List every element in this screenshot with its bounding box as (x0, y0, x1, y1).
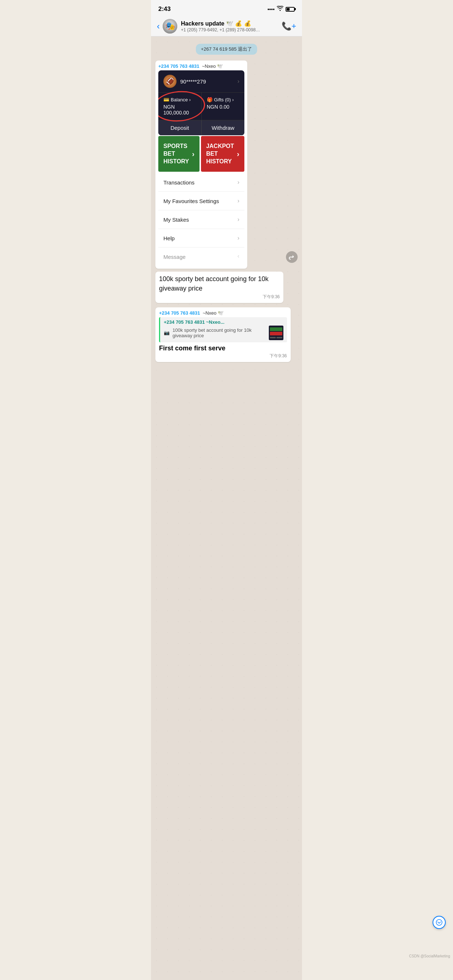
call-button[interactable]: 📞+ (282, 22, 296, 31)
status-time: 2:43 (158, 5, 171, 13)
jackpot-chevron-icon: › (237, 150, 239, 158)
menu-item-help[interactable]: Help › (158, 229, 244, 248)
menu-item-message[interactable]: Message › (158, 248, 244, 266)
favourites-label: My Favourites Settings (163, 198, 219, 204)
account-actions: Deposit Withdraw (158, 120, 244, 135)
signal-icon: ▪▪▪▪ (267, 6, 274, 12)
balance-amount: NGN 100,000.00 (163, 104, 196, 116)
back-button[interactable]: ‹ (157, 21, 160, 31)
text-bubble-1: 100k sporty bet account going for 10k gi… (155, 272, 283, 302)
jackpot-bet-button[interactable]: JACKPOTBETHISTORY › (201, 136, 244, 172)
wifi-icon (277, 6, 283, 13)
nav-bar: ‹ 🎭 Hackers update 🕊️ 💰 💰 +1 (205) 779-6… (151, 16, 302, 37)
message-chevron-icon: › (238, 253, 239, 260)
gift-icon: 🎁 (207, 97, 213, 102)
reply-preview-text: 100k sporty bet account going for 10k gi… (172, 328, 266, 338)
camera-icon: 📷 (164, 330, 170, 336)
help-label: Help (163, 235, 175, 241)
text-message-content-1: 100k sporty bet account going for 10k gi… (159, 275, 280, 293)
withdraw-button[interactable]: Withdraw (202, 120, 245, 135)
balance-row: 💳 Balance › NGN 100,000.00 🎁 Gifts (0) ›… (158, 92, 244, 120)
sports-bet-button[interactable]: SPORTSBETHISTORY › (158, 136, 199, 172)
sender-name-1: +234 705 763 4831 ~Nxeo 🕊️ (158, 64, 244, 69)
jackpot-bet-label: JACKPOTBETHISTORY (206, 143, 234, 165)
reply-message: +234 705 763 4831 ~Nxeo 🕊️ +234 705 763 … (155, 307, 298, 362)
reply-time: 下午9:36 (159, 353, 287, 359)
status-icons: ▪▪▪▪ (267, 6, 295, 13)
account-number: 90*****279 (180, 78, 238, 84)
message-time-1: 下午9:36 (159, 294, 280, 300)
account-avatar: 🏈 (163, 75, 177, 88)
menu-list: Transactions › My Favourites Settings › … (158, 173, 244, 266)
menu-item-transactions[interactable]: Transactions › (158, 173, 244, 192)
gifts-label: 🎁 Gifts (0) › (207, 97, 239, 102)
bet-history-row: SPORTSBETHISTORY › JACKPOTBETHISTORY › (158, 136, 244, 172)
message-card: +234 705 763 4831 ~Nxeo 🕊️ 🏈 90*****279 … (155, 60, 298, 269)
avatar-image: 🎭 (163, 19, 177, 33)
battery-icon (286, 7, 295, 12)
group-numbers: +1 (205) 779-6492, +1 (289) 278-0098, +1… (181, 27, 261, 32)
reply-quoted-sender: +234 705 763 4831 ~Nxeo... (164, 320, 283, 325)
reply-main-text: First come first serve (159, 345, 287, 352)
stakes-label: My Stakes (163, 216, 189, 223)
transactions-label: Transactions (163, 180, 195, 186)
transactions-chevron-icon: › (238, 179, 239, 186)
account-message-bubble: +234 705 763 4831 ~Nxeo 🕊️ 🏈 90*****279 … (155, 60, 247, 269)
balance-label: 💳 Balance › (163, 97, 196, 102)
status-bar: 2:43 ▪▪▪▪ (151, 0, 302, 16)
message-label: Message (163, 254, 186, 260)
gifts-amount: NGN 0.00 (207, 104, 239, 110)
sports-bet-label: SPORTSBETHISTORY (163, 143, 189, 165)
nav-info[interactable]: Hackers update 🕊️ 💰 💰 +1 (205) 779-6492,… (181, 20, 282, 32)
reply-sender-name: +234 705 763 4831 ~Nxeo 🕊️ (159, 310, 287, 316)
help-chevron-icon: › (238, 235, 239, 241)
sports-chevron-icon: › (192, 150, 195, 158)
stakes-chevron-icon: › (238, 216, 239, 223)
menu-item-stakes[interactable]: My Stakes › (158, 210, 244, 229)
balance-section[interactable]: 💳 Balance › NGN 100,000.00 (158, 92, 202, 120)
group-name: Hackers update 🕊️ 💰 💰 (181, 20, 282, 27)
share-button[interactable] (286, 251, 298, 263)
reply-quote: +234 705 763 4831 ~Nxeo... 📷 100k sporty… (159, 317, 287, 342)
text-message-1: 100k sporty bet account going for 10k gi… (155, 272, 298, 302)
system-message: +267 74 619 585 退出了 (155, 44, 298, 55)
system-message-text: +267 74 619 585 退出了 (196, 44, 257, 55)
favourites-chevron-icon: › (238, 197, 239, 204)
deposit-button[interactable]: Deposit (158, 120, 202, 135)
reply-thumbnail (269, 326, 283, 340)
gifts-section[interactable]: 🎁 Gifts (0) › NGN 0.00 (202, 92, 245, 120)
account-header[interactable]: 🏈 90*****279 › (158, 70, 244, 92)
chat-background: +267 74 619 585 退出了 +234 705 763 4831 ~N… (151, 37, 302, 980)
wallet-icon: 💳 (163, 97, 169, 102)
group-avatar: 🎭 (163, 19, 177, 33)
reply-bubble: +234 705 763 4831 ~Nxeo 🕊️ +234 705 763 … (155, 307, 291, 362)
reply-preview: 📷 100k sporty bet account going for 10k … (164, 326, 283, 340)
account-chevron-icon: › (238, 78, 239, 84)
menu-item-favourites[interactable]: My Favourites Settings › (158, 192, 244, 210)
account-card[interactable]: 🏈 90*****279 › 💳 Balance › NGN 100,000.0… (158, 70, 244, 135)
